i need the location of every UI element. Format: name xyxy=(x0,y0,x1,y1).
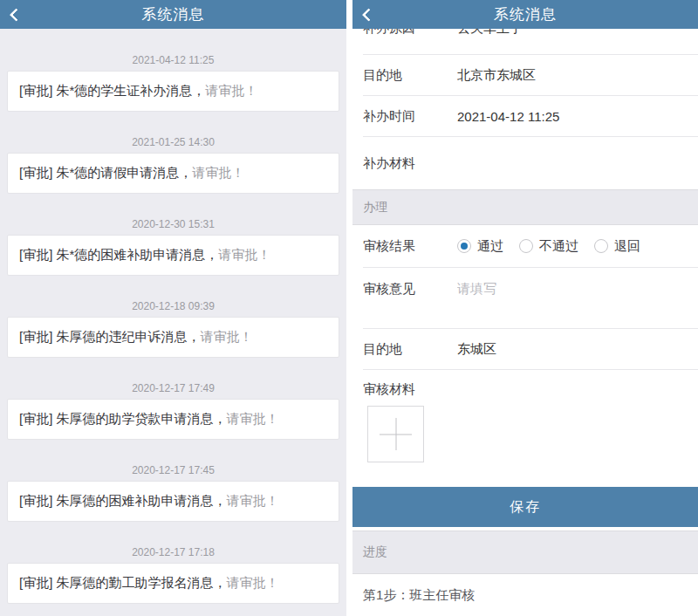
message-block: 2021-01-25 14:30[审批] 朱*德的请假申请消息，请审批！ xyxy=(0,136,346,194)
field-label: 补办时间 xyxy=(363,108,457,125)
message-block: 2020-12-18 09:39[审批] 朱厚德的违纪申诉消息，请审批！ xyxy=(0,300,346,358)
message-block: 2020-12-17 17:45[审批] 朱厚德的困难补助申请消息，请审批！ xyxy=(0,464,346,522)
message-card[interactable]: [审批] 朱厚德的勤工助学报名消息，请审批！ xyxy=(7,563,339,604)
review-opinion-input[interactable] xyxy=(457,281,667,296)
form-row-review-materials: 审核材料 xyxy=(363,370,698,480)
message-suffix: 请审批！ xyxy=(201,329,253,346)
approval-detail-screen: 系统消息 补办原因 丢失车上了 目的地 北京市东城区 补办时间 2021-04-… xyxy=(352,0,698,616)
form-row-destination: 目的地 北京市东城区 xyxy=(363,55,698,96)
radio-icon[interactable] xyxy=(519,239,533,253)
review-result-radio-group: 通过不通过退回 xyxy=(457,238,640,255)
section-title: 进度 xyxy=(363,544,387,560)
form-row-review-result: 审核结果 通过不通过退回 xyxy=(363,225,698,268)
section-header-process: 办理 xyxy=(352,189,698,225)
back-icon[interactable] xyxy=(10,8,24,22)
radio-option[interactable]: 不通过 xyxy=(519,238,578,255)
left-navbar: 系统消息 xyxy=(0,0,346,29)
message-list: 2021-04-12 11:25[审批] 朱*德的学生证补办消息，请审批！202… xyxy=(0,29,346,616)
message-block: 2020-12-30 15:31[审批] 朱*德的困难补助申请消息，请审批！ xyxy=(0,218,346,276)
progress-step: 第1步：班主任审核 xyxy=(352,574,698,616)
message-card[interactable]: [审批] 朱厚德的违纪申诉消息，请审批！ xyxy=(7,317,339,358)
message-text: [审批] 朱厚德的困难补助申请消息， xyxy=(19,493,227,510)
message-suffix: 请审批！ xyxy=(205,83,257,99)
message-timestamp: 2020-12-17 17:49 xyxy=(0,382,346,395)
message-timestamp: 2020-12-30 15:31 xyxy=(0,218,346,231)
field-label: 目的地 xyxy=(363,67,457,84)
message-suffix: 请审批！ xyxy=(227,411,279,428)
field-value: 北京市东城区 xyxy=(457,67,536,84)
message-card[interactable]: [审批] 朱*德的学生证补办消息，请审批！ xyxy=(7,71,339,112)
form-row-destination-2: 目的地 东城区 xyxy=(363,329,698,370)
message-card[interactable]: [审批] 朱厚德的困难补助申请消息，请审批！ xyxy=(7,481,339,522)
radio-option-label: 通过 xyxy=(477,238,503,255)
right-navbar: 系统消息 xyxy=(352,0,698,29)
message-timestamp: 2020-12-17 17:45 xyxy=(0,464,346,477)
field-label: 目的地 xyxy=(363,341,457,358)
plus-icon[interactable] xyxy=(367,406,424,462)
message-card[interactable]: [审批] 朱*德的请假申请消息，请审批！ xyxy=(7,153,339,194)
message-card[interactable]: [审批] 朱厚德的助学贷款申请消息，请审批！ xyxy=(7,399,339,440)
message-block: 2021-04-12 11:25[审批] 朱*德的学生证补办消息，请审批！ xyxy=(0,54,346,112)
field-label: 审核材料 xyxy=(363,381,698,398)
system-messages-screen: 系统消息 2021-04-12 11:25[审批] 朱*德的学生证补办消息，请审… xyxy=(0,0,346,616)
field-value: 丢失车上了 xyxy=(457,29,523,37)
radio-option[interactable]: 通过 xyxy=(457,238,503,255)
radio-icon[interactable] xyxy=(457,239,471,253)
message-text: [审批] 朱厚德的勤工助学报名消息， xyxy=(19,575,227,592)
form-row-reissue-time: 补办时间 2021-04-12 11:25 xyxy=(363,96,698,137)
message-text: [审批] 朱厚德的助学贷款申请消息， xyxy=(19,411,227,428)
message-text: [审批] 朱*德的学生证补办消息， xyxy=(19,83,205,99)
message-timestamp: 2021-04-12 11:25 xyxy=(0,54,346,67)
message-block: 2020-12-17 17:49[审批] 朱厚德的助学贷款申请消息，请审批！ xyxy=(0,382,346,440)
field-value: 2021-04-12 11:25 xyxy=(457,109,559,124)
back-icon[interactable] xyxy=(362,8,376,22)
radio-option[interactable]: 退回 xyxy=(594,238,640,255)
message-suffix: 请审批！ xyxy=(227,493,279,510)
field-label: 审核意见 xyxy=(363,281,457,298)
message-suffix: 请审批！ xyxy=(227,575,279,592)
section-title: 办理 xyxy=(363,200,387,216)
radio-option-label: 退回 xyxy=(614,238,640,255)
field-label: 补办材料 xyxy=(363,155,457,172)
message-timestamp: 2020-12-17 17:18 xyxy=(0,546,346,559)
message-timestamp: 2021-01-25 14:30 xyxy=(0,136,346,149)
field-value: 东城区 xyxy=(457,341,496,358)
message-block: 2020-12-17 17:18[审批] 朱厚德的勤工助学报名消息，请审批！ xyxy=(0,546,346,604)
panel-divider xyxy=(346,0,352,616)
page-title: 系统消息 xyxy=(494,4,557,24)
radio-option-label: 不通过 xyxy=(539,238,578,255)
message-text: [审批] 朱*德的请假申请消息， xyxy=(19,165,192,181)
message-text: [审批] 朱*德的困难补助申请消息， xyxy=(19,247,218,264)
field-label: 补办原因 xyxy=(363,29,457,37)
message-card[interactable]: [审批] 朱*德的困难补助申请消息，请审批！ xyxy=(7,235,339,276)
section-header-progress: 进度 xyxy=(352,530,698,574)
save-button[interactable]: 保存 xyxy=(352,487,698,527)
message-timestamp: 2020-12-18 09:39 xyxy=(0,300,346,313)
app: 系统消息 2021-04-12 11:25[审批] 朱*德的学生证补办消息，请审… xyxy=(0,0,698,616)
message-text: [审批] 朱厚德的违纪申诉消息， xyxy=(19,329,201,346)
message-suffix: 请审批！ xyxy=(192,165,244,181)
form-row-reissue-materials: 补办材料 xyxy=(363,137,698,189)
form-row-reason: 补办原因 丢失车上了 xyxy=(363,29,698,55)
radio-icon[interactable] xyxy=(594,239,608,253)
form-row-review-opinion: 审核意见 xyxy=(363,268,698,329)
field-label: 审核结果 xyxy=(363,238,457,255)
progress-step-text: 第1步：班主任审核 xyxy=(363,587,475,604)
message-suffix: 请审批！ xyxy=(218,247,270,264)
page-title: 系统消息 xyxy=(142,4,205,24)
